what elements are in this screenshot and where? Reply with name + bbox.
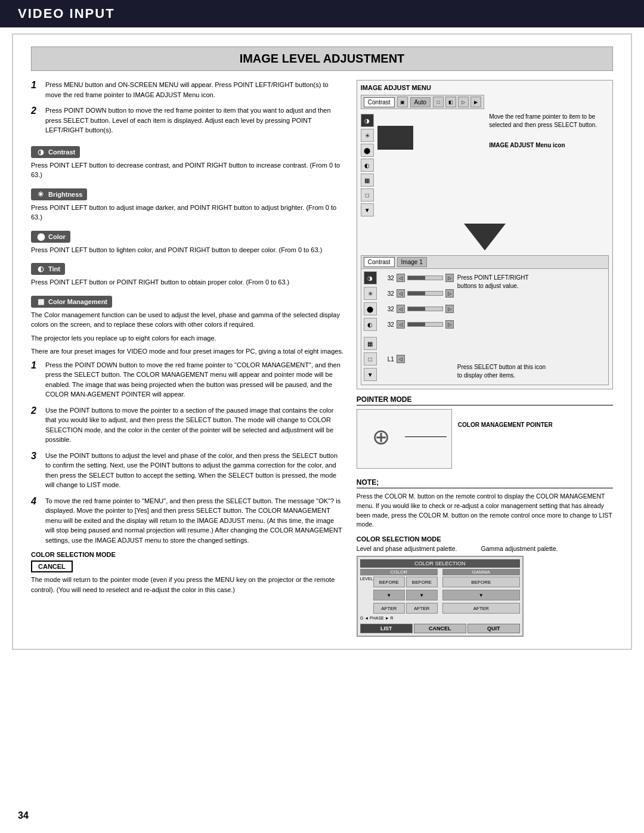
cancel-label: CANCEL	[38, 563, 66, 570]
note-section: NOTE; Press the COLOR M. button on the r…	[357, 478, 613, 529]
val-l1: L1	[379, 356, 394, 363]
cs-after-right: AFTER	[406, 603, 438, 614]
side-icon-7: ▼	[361, 203, 374, 216]
color-desc: Press POINT LEFT button to lighten color…	[31, 245, 345, 255]
brightness-section: ✳ Brightness Press POINT LEFT button to …	[31, 184, 345, 222]
side-icon-4: ◐	[361, 159, 374, 172]
select-note: Press SELECT button at this icon to disp…	[457, 363, 547, 380]
pointer-mode-section: POINTER MODE ⊕ COLOR MANAGEMENT POINTER	[357, 395, 613, 472]
val-right-3[interactable]: ▷	[445, 305, 454, 313]
tint-desc: Press POINT LEFT button or POINT RIGHT b…	[31, 277, 345, 287]
val-left-3[interactable]: ◁	[397, 305, 405, 313]
side-icon-2: ✳	[361, 129, 374, 142]
level-phase-label: Level and phase adjustment palette.	[357, 545, 457, 552]
tint-label: ◐ Tint	[31, 263, 65, 275]
contrast-section: ◑ Contrast Press POINT LEFT button to de…	[31, 141, 345, 180]
cm-step-3: 3 Use the POINT buttons to adjust the le…	[31, 451, 345, 490]
val-left-l1[interactable]: ◁	[397, 355, 405, 363]
color-management-label: ▦ Color Management	[31, 296, 112, 308]
color-label: ⬤ Color	[31, 231, 70, 243]
second-menu-image: Image 1	[397, 257, 427, 267]
left-column: 1 Press MENU button and ON-SCREEN MENU w…	[31, 80, 345, 637]
side-icon-3: ⬤	[361, 144, 374, 157]
slider-2	[407, 291, 443, 296]
adjust-note: Press POINT LEFT/RIGHT buttons to adjust…	[457, 274, 547, 290]
val-icon-2: ✳	[364, 287, 377, 300]
cm-step-4-number: 4	[31, 496, 41, 546]
color-management-desc1: The Color management function can be use…	[31, 310, 345, 330]
note-title: NOTE;	[357, 478, 613, 488]
cs-arrow-down-l: ▼	[373, 590, 405, 600]
cs-arrow-down-r: ▼	[406, 590, 438, 600]
second-menu-bar: Contrast Image 1	[361, 256, 608, 269]
color-management-desc3: There are four preset images for VIDEO m…	[31, 346, 345, 357]
pointer-line	[405, 436, 447, 437]
value-row-5: ▦	[364, 337, 454, 350]
brightness-desc: Press POINT LEFT button to adjust image …	[31, 203, 345, 222]
cs-g-arrow: ▼	[442, 590, 520, 600]
val-right-2[interactable]: ▷	[445, 289, 454, 298]
val-1: 32	[379, 275, 394, 281]
value-row-4: ◐ 32 ◁ ▷	[364, 318, 454, 331]
val-icon-3: ⬤	[364, 302, 377, 315]
side-icon-6: □	[361, 188, 374, 202]
cm-step-2-number: 2	[31, 405, 41, 445]
pointer-mode-title: POINTER MODE	[357, 395, 613, 405]
step-1-number: 1	[31, 80, 41, 100]
color-selection-mode-title: COLOR SELECTION MODE	[31, 551, 345, 558]
move-label: Move the red frame pointer to item to be…	[489, 113, 609, 129]
tint-icon: ◐	[36, 264, 45, 274]
val-icon-l1: □	[364, 352, 377, 366]
value-row-2: ✳ 32 ◁ ▷	[364, 287, 454, 300]
val-left-1[interactable]: ◁	[397, 274, 405, 282]
val-right-1[interactable]: ▷	[445, 274, 454, 282]
crosshair-icon: ⊕	[372, 425, 390, 450]
cm-step-3-text: Use the POINT buttons to adjust the leve…	[45, 451, 345, 490]
tint-section: ◐ Tint Press POINT LEFT button or POINT …	[31, 258, 345, 287]
val-left-4[interactable]: ◁	[397, 320, 405, 329]
val-4: 32	[379, 321, 394, 328]
value-row-l1: □ L1 ◁	[364, 352, 454, 366]
val-3: 32	[379, 306, 394, 312]
menu-label: IMAGE ADJUST Menu icon	[489, 141, 609, 150]
second-menu: Contrast Image 1 ◑ 32 ◁ ▷	[361, 255, 609, 385]
contrast-icon: ◑	[36, 147, 45, 157]
color-management-icon: ▦	[36, 297, 45, 306]
cs-cancel-btn[interactable]: CANCEL	[414, 624, 466, 633]
menu-auto-item: Auto	[410, 97, 431, 107]
step-2-text: Press POINT DOWN button to move the red …	[45, 106, 345, 135]
cs-list-btn[interactable]: LIST	[360, 624, 413, 633]
cs-title: COLOR SELECTION MODE	[357, 535, 613, 543]
value-row-1: ◑ 32 ◁ ▷	[364, 271, 454, 284]
note-text: Press the COLOR M. button on the remote …	[357, 492, 613, 529]
color-mgmt-pointer-label: COLOR MANAGEMENT POINTER	[458, 421, 553, 429]
cs-after-left: AFTER	[373, 603, 405, 614]
cm-step-1: 1 Press the POINT DOWN button to move th…	[31, 360, 345, 400]
color-section: ⬤ Color Press POINT LEFT button to light…	[31, 226, 345, 255]
cs-gamma-col: GAMMA BEFORE ▼ AFTER	[442, 569, 520, 621]
cancel-box: CANCEL	[31, 561, 73, 572]
menu-icons: □ ◧ ▷ ▶	[433, 97, 481, 107]
menu-btn-1: □	[433, 97, 444, 107]
cm-step-1-text: Press the POINT DOWN button to move the …	[45, 360, 345, 400]
color-management-desc2: The projector lets you replace up to eig…	[31, 333, 345, 343]
image-adjust-title: IMAGE ADJUST MENU	[361, 84, 609, 91]
menu-btn-4: ▶	[470, 97, 481, 107]
menu-btn-3: ▷	[458, 97, 469, 107]
val-left-2[interactable]: ◁	[397, 289, 405, 298]
side-menu-icons: ◑ ✳ ⬤ ◐ ▦ □ ▼	[361, 114, 374, 216]
cs-before-left: BEFORE	[373, 577, 405, 587]
cs-color-col: COLOR LEVEL BEFORE BEFORE	[360, 569, 438, 621]
color-selection-right-section: COLOR SELECTION MODE Level and phase adj…	[357, 535, 613, 637]
cs-quit-btn[interactable]: QUIT	[467, 624, 520, 633]
color-management-section: ▦ Color Management The Color management …	[31, 291, 345, 357]
val-right-4[interactable]: ▷	[445, 320, 454, 329]
pointer-diagram: ⊕	[357, 409, 452, 469]
slider-1	[407, 275, 443, 280]
color-select-diagram: COLOR SELECTION COLOR LEVEL	[357, 556, 524, 637]
cm-step-3-number: 3	[31, 451, 41, 490]
level-label: LEVEL	[360, 577, 371, 581]
menu-bar-top: Contrast ▣ Auto □ ◧ ▷ ▶	[361, 95, 484, 109]
image-adjust-diagram: IMAGE ADJUST MENU Contrast ▣ Auto □ ◧ ▷	[357, 80, 613, 389]
step-2-number: 2	[31, 106, 41, 135]
